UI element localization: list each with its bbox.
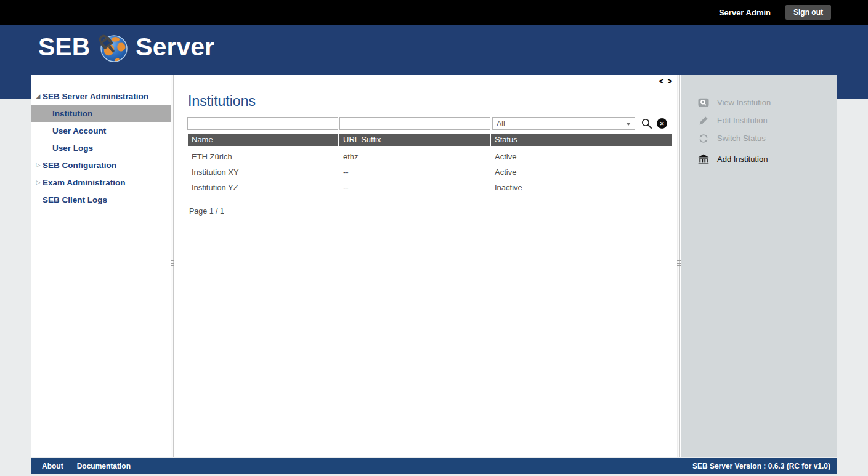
cell-url-suffix: ethz (339, 152, 491, 161)
cell-status: Active (491, 167, 672, 177)
cell-url-suffix: -- (339, 167, 491, 177)
actions-resize-sash[interactable] (677, 75, 680, 457)
column-header-url-suffix[interactable]: URL Suffix (339, 134, 491, 146)
cell-name: Institution YZ (188, 183, 339, 192)
sidebar-item-exam-administration[interactable]: ▷ Exam Administration (31, 174, 171, 191)
app-logo: SEB Server (38, 31, 214, 63)
about-link[interactable]: About (42, 462, 63, 470)
sidebar-item-label: SEB Configuration (43, 161, 116, 170)
action-label: Switch Status (717, 134, 766, 143)
edit-institution-action: Edit Institution (681, 111, 837, 129)
sidebar-item-institution[interactable]: Institution (31, 105, 171, 122)
sidebar-item-label: SEB Server Administration (43, 92, 148, 101)
table-header: Name URL Suffix Status (188, 134, 672, 146)
sign-out-button[interactable]: Sign out (785, 5, 831, 20)
main-content: <> Institutions All ✕ Name URL Suffix St… (174, 75, 677, 457)
switch-status-action: Switch Status (681, 129, 837, 147)
institutions-table: ETH Zürich ethz Active Institution XY --… (188, 149, 672, 195)
filter-row: All ✕ (187, 117, 667, 130)
pagination-label: Page 1 / 1 (189, 207, 224, 216)
view-institution-action: View Institution (681, 94, 837, 111)
url-suffix-filter-input[interactable] (339, 117, 490, 130)
sidebar-item-seb-server-administration[interactable]: ◢ SEB Server Administration (31, 87, 171, 105)
sidebar-item-seb-client-logs[interactable]: SEB Client Logs (31, 191, 171, 208)
content-window: ◢ SEB Server Administration Institution … (31, 75, 837, 457)
table-row[interactable]: Institution XY -- Active (188, 164, 672, 180)
topbar: Server Admin Sign out (0, 0, 868, 25)
column-header-name[interactable]: Name (188, 134, 339, 146)
status-filter-value: All (497, 119, 505, 128)
add-institution-action[interactable]: Add Institution (681, 150, 837, 168)
status-filter-dropdown[interactable]: All (492, 117, 635, 130)
footer: About Documentation SEB Server Version :… (31, 458, 837, 474)
sidebar-item-seb-configuration[interactable]: ▷ SEB Configuration (31, 156, 171, 174)
action-label: Edit Institution (717, 116, 768, 125)
switch-status-icon (698, 134, 709, 143)
action-panel: View Institution Edit Institution Switch… (681, 75, 837, 457)
version-label: SEB Server Version : 0.6.3 (RC for v1.0) (692, 462, 830, 470)
documentation-link[interactable]: Documentation (77, 462, 131, 470)
nav-forward-icon[interactable]: > (665, 76, 674, 86)
close-icon: ✕ (660, 121, 665, 127)
sidebar-item-label: User Logs (52, 143, 93, 153)
sidebar-item-label: User Account (52, 126, 106, 135)
search-button[interactable] (641, 118, 652, 129)
cell-status: Active (491, 152, 672, 161)
column-header-status[interactable]: Status (491, 134, 672, 146)
tree-expanded-icon[interactable]: ◢ (34, 93, 43, 99)
seb-globe-lock-logo-icon (97, 31, 129, 63)
table-row[interactable]: ETH Zürich ethz Active (188, 149, 672, 164)
chevron-down-icon (626, 123, 631, 128)
action-label: Add Institution (717, 155, 768, 164)
search-icon (641, 118, 652, 129)
sidebar-item-label: SEB Client Logs (43, 195, 107, 204)
sidebar-nav: ◢ SEB Server Administration Institution … (31, 75, 171, 457)
action-label: View Institution (717, 98, 771, 107)
nav-back-icon[interactable]: < (657, 76, 666, 86)
clear-filter-button[interactable]: ✕ (657, 118, 667, 129)
cell-url-suffix: -- (339, 183, 491, 192)
logo-text-server: Server (136, 34, 214, 60)
sidebar-item-user-logs[interactable]: User Logs (31, 139, 171, 156)
institution-building-icon (698, 154, 709, 164)
cell-status: Inactive (491, 183, 672, 192)
tree-collapsed-icon[interactable]: ▷ (34, 162, 43, 168)
name-filter-input[interactable] (187, 117, 338, 130)
sidebar-item-user-account[interactable]: User Account (31, 122, 171, 139)
table-row[interactable]: Institution YZ -- Inactive (188, 180, 672, 195)
view-navigation: <> (657, 76, 674, 86)
sidebar-item-label: Institution (52, 109, 92, 118)
logo-text-seb: SEB (38, 34, 90, 60)
current-user-label: Server Admin (719, 8, 771, 17)
pencil-icon (698, 116, 709, 126)
view-icon (698, 98, 709, 107)
sidebar-item-label: Exam Administration (43, 178, 126, 187)
cell-name: Institution XY (188, 167, 339, 177)
tree-collapsed-icon[interactable]: ▷ (34, 179, 43, 185)
cell-name: ETH Zürich (188, 152, 339, 161)
page-title: Institutions (188, 93, 256, 110)
